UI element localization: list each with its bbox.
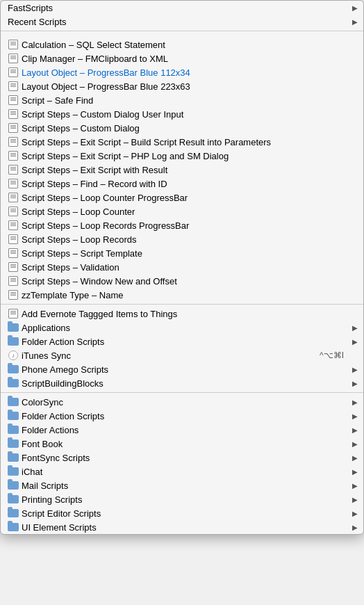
script-icon: [8, 122, 19, 134]
item-label: Script Steps – Loop Records: [22, 234, 354, 245]
separator-2: [1, 304, 363, 305]
shortcut-itunes-sync: ^⌥⌘I: [320, 350, 354, 360]
folder-icon: [8, 452, 19, 463]
menu-item-folder-actions[interactable]: Folder Actions▶: [1, 423, 363, 437]
folder-icon: [8, 364, 19, 375]
item-label: iChat: [22, 467, 347, 477]
item-label: Phone Amego Scripts: [22, 364, 347, 375]
item-label: iTunes Sync: [22, 350, 320, 361]
script-icon: [8, 261, 19, 273]
menu-item-folder-action-scripts-1[interactable]: Folder Action Scripts▶: [1, 334, 363, 348]
folder-icon: [8, 424, 19, 435]
menu-item-recent-scripts[interactable]: Recent Scripts▶: [1, 15, 363, 29]
script-icon: [8, 81, 19, 92]
menu-item-script-steps-exit-php[interactable]: Script Steps – Exit Script – PHP Log and…: [1, 149, 363, 163]
script-icon: [8, 234, 19, 245]
submenu-arrow: ▶: [352, 440, 358, 448]
submenu-arrow: ▶: [352, 510, 358, 517]
folder-icon: [8, 396, 19, 408]
menu-item-script-steps-validation[interactable]: Script Steps – Validation: [1, 260, 363, 274]
other-items-section: Add Evernote Taggged Items to ThingsAppl…: [1, 307, 363, 390]
menu-item-phone-amego[interactable]: Phone Amego Scripts▶: [1, 362, 363, 376]
menu-item-font-book[interactable]: Font Book▶: [1, 437, 363, 451]
menu-item-fontsync-scripts[interactable]: FontSync Scripts▶: [1, 451, 363, 465]
menu-item-script-safe-find[interactable]: Script – Safe Find: [1, 93, 363, 107]
script-icon: [8, 108, 19, 120]
menu-item-script-steps-custom-dialog[interactable]: Script Steps – Custom Dialog: [1, 121, 363, 135]
script-icon: [8, 275, 19, 287]
menu-item-script-steps-loop-records[interactable]: Script Steps – Loop Records: [1, 232, 363, 246]
top-items-section: FastScripts▶Recent Scripts▶: [1, 1, 363, 29]
menu-item-script-steps-loop-counter[interactable]: Script Steps – Loop Counter: [1, 204, 363, 218]
script-icon: [8, 95, 19, 106]
item-label: Script Steps – Loop Counter: [22, 207, 354, 217]
menu-item-applications[interactable]: Applications▶: [1, 321, 363, 334]
item-label: Script Editor Scripts: [22, 508, 347, 519]
script-icon: [8, 248, 19, 259]
folder-icon: [8, 410, 19, 421]
menu-item-script-steps-loop-counter-pb[interactable]: Script Steps – Loop Counter ProgressBar: [1, 191, 363, 204]
item-label: Script – Safe Find: [22, 95, 354, 106]
menu-item-clip-manager[interactable]: Clip Manager – FMClipboard to XML: [1, 51, 363, 65]
script-icon: [8, 206, 19, 217]
menu-item-folder-action-scripts-2[interactable]: Folder Action Scripts▶: [1, 409, 363, 423]
menu-item-calc-sql[interactable]: Calculation – SQL Select Statement: [1, 38, 363, 51]
menu-item-printing-scripts[interactable]: Printing Scripts▶: [1, 492, 363, 506]
script-icon: [8, 308, 19, 319]
script-icon: [8, 164, 19, 175]
menu-item-scriptbuilding[interactable]: ScriptBuildingBlocks▶: [1, 376, 363, 390]
script-icon: [8, 67, 19, 78]
menu-item-layout-obj-223[interactable]: Layout Object – ProgressBar Blue 223x63: [1, 79, 363, 93]
folder-icon: [8, 522, 19, 533]
item-label: Script Steps – Custom Dialog User Input: [22, 109, 354, 120]
menu-item-script-steps-custom-dialog-user[interactable]: Script Steps – Custom Dialog User Input: [1, 107, 363, 121]
item-label: Layout Object – ProgressBar Blue 112x34: [22, 67, 354, 78]
menu-item-add-evernote[interactable]: Add Evernote Taggged Items to Things: [1, 307, 363, 321]
menu-item-script-steps-window[interactable]: Script Steps – Window New and Offset: [1, 274, 363, 288]
item-label: Calculation – SQL Select Statement: [22, 40, 354, 50]
menu-item-mail-scripts[interactable]: Mail Scripts▶: [1, 478, 363, 492]
folder-icon: [8, 494, 19, 505]
menu-item-ichat[interactable]: iChat▶: [1, 465, 363, 478]
item-label: Script Steps – Exit Script with Result: [22, 165, 354, 175]
item-label: Recent Scripts: [8, 17, 347, 27]
item-label: Folder Action Scripts: [22, 337, 347, 347]
item-label: Script Steps – Script Template: [22, 248, 354, 259]
item-label: Script Steps – Validation: [22, 262, 354, 273]
menu-item-script-steps-exit-result[interactable]: Script Steps – Exit Script with Result: [1, 163, 363, 177]
item-label: FastScripts: [8, 3, 347, 13]
item-label: Clip Manager – FMClipboard to XML: [22, 54, 354, 64]
menu-item-zz-template-type[interactable]: zzTemplate Type – Name: [1, 288, 363, 302]
submenu-arrow: ▶: [352, 338, 358, 346]
submenu-arrow: ▶: [352, 18, 358, 26]
menu-item-itunes-sync[interactable]: ♪iTunes Sync^⌥⌘I: [1, 348, 363, 362]
menu-container: FastScripts▶Recent Scripts▶ Calculation …: [0, 0, 364, 535]
menu-item-script-steps-script-template[interactable]: Script Steps – Script Template: [1, 246, 363, 260]
item-label: Script Steps – Loop Counter ProgressBar: [22, 193, 354, 203]
submenu-arrow: ▶: [352, 426, 358, 434]
script-icon: [8, 39, 19, 50]
menu-item-ui-element-scripts[interactable]: UI Element Scripts▶: [1, 520, 363, 534]
menu-item-script-steps-exit-build[interactable]: Script Steps – Exit Script – Build Scrip…: [1, 135, 363, 149]
script-icon: [8, 136, 19, 147]
menu-item-layout-obj-112[interactable]: Layout Object – ProgressBar Blue 112x34: [1, 65, 363, 79]
separator-3: [1, 392, 363, 393]
folder-icon: [8, 508, 19, 519]
menu-item-script-editor-scripts[interactable]: Script Editor Scripts▶: [1, 506, 363, 520]
menu-item-script-steps-loop-records-pb[interactable]: Script Steps – Loop Records ProgressBar: [1, 218, 363, 232]
folder-icon: [8, 336, 19, 347]
submenu-arrow: ▶: [352, 482, 358, 490]
menu-item-colorsync[interactable]: ColorSync▶: [1, 395, 363, 409]
item-label: Script Steps – Loop Records ProgressBar: [22, 220, 354, 231]
script-icon: [8, 150, 19, 161]
item-label: Script Steps – Custom Dialog: [22, 123, 354, 134]
item-label: Folder Action Scripts: [22, 411, 347, 421]
menu-item-fast-scripts[interactable]: FastScripts▶: [1, 1, 363, 15]
submenu-arrow: ▶: [352, 468, 358, 476]
script-icon: [8, 178, 19, 189]
submenu-arrow: ▶: [352, 380, 358, 387]
menu-item-script-steps-find-record[interactable]: Script Steps – Find – Record with ID: [1, 177, 363, 191]
system-items-section: ColorSync▶Folder Action Scripts▶Folder A…: [1, 395, 363, 534]
item-label: Script Steps – Find – Record with ID: [22, 179, 354, 189]
item-label: Add Evernote Taggged Items to Things: [22, 309, 354, 319]
